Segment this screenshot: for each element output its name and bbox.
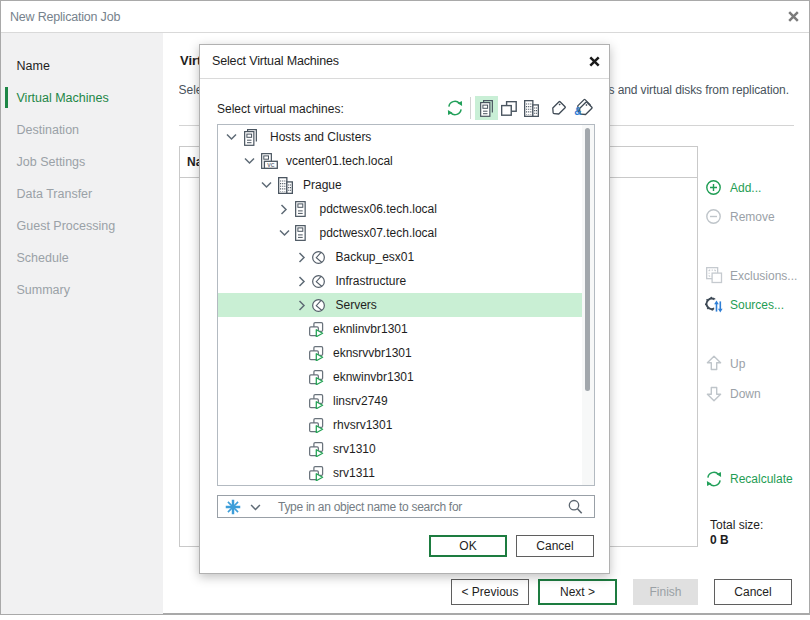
svg-text:VC: VC (267, 162, 274, 168)
svg-text:&: & (574, 105, 582, 116)
